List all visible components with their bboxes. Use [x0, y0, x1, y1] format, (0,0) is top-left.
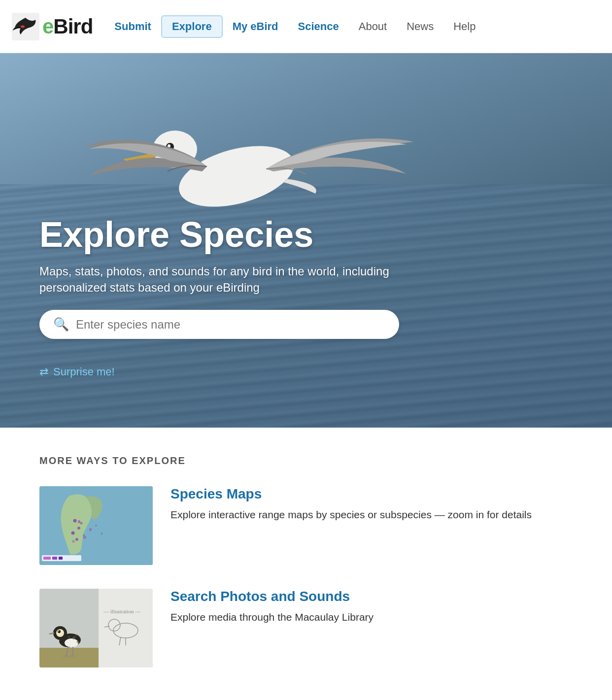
species-maps-link[interactable]: Species Maps [170, 486, 532, 502]
hero-content: Explore Species Maps, stats, photos, and… [39, 215, 394, 339]
main-nav: Submit Explore My eBird Science About Ne… [104, 15, 485, 38]
svg-text:— illustration —: — illustration — [103, 608, 141, 614]
nav-news[interactable]: News [397, 16, 443, 37]
species-maps-text: Species Maps Explore interactive range m… [170, 486, 532, 523]
svg-point-1 [21, 25, 25, 28]
photos-sounds-text: Search Photos and Sounds Explore media t… [170, 589, 374, 625]
svg-point-24 [58, 630, 61, 633]
svg-point-12 [83, 534, 85, 536]
search-icon: 🔍 [53, 317, 69, 332]
svg-rect-16 [59, 557, 63, 560]
svg-point-36 [75, 634, 77, 636]
surprise-me-link[interactable]: ⇄ Surprise me! [39, 366, 115, 378]
map-svg [39, 486, 153, 565]
photos-sounds-desc: Explore media through the Macaulay Libra… [170, 609, 374, 625]
svg-point-7 [73, 519, 77, 523]
svg-rect-18 [99, 589, 153, 667]
surprise-label: Surprise me! [53, 366, 115, 378]
logo-bird-icon [12, 13, 39, 40]
logo-text: eBird [42, 15, 93, 38]
photos-sounds-link[interactable]: Search Photos and Sounds [170, 589, 374, 604]
svg-rect-6 [39, 486, 153, 565]
svg-point-25 [58, 631, 59, 632]
explore-item-species-maps: Species Maps Explore interactive range m… [39, 486, 573, 565]
photos-sounds-thumbnail: — illustration — [39, 589, 153, 667]
svg-rect-19 [39, 648, 99, 667]
svg-point-10 [80, 522, 83, 525]
nav-about[interactable]: About [349, 16, 397, 37]
nav-science[interactable]: Science [288, 16, 349, 37]
bird-photo: — illustration — [39, 589, 153, 667]
nav-explore[interactable]: Explore [161, 15, 223, 38]
search-input[interactable] [76, 318, 385, 332]
svg-rect-14 [43, 557, 51, 560]
svg-point-21 [65, 638, 78, 647]
hero-title: Explore Species [39, 215, 394, 254]
svg-point-35 [68, 636, 70, 638]
svg-rect-13 [42, 555, 81, 561]
nav-submit[interactable]: Submit [104, 16, 161, 37]
svg-point-8 [77, 527, 80, 530]
logo[interactable]: eBird [12, 13, 93, 40]
map-image [39, 486, 153, 565]
nav-help[interactable]: Help [443, 16, 485, 37]
svg-rect-15 [52, 557, 57, 560]
species-maps-thumbnail [39, 486, 153, 565]
svg-point-33 [72, 636, 75, 639]
hero-subtitle: Maps, stats, photos, and sounds for any … [39, 263, 394, 296]
bird-photo-svg: — illustration — [39, 589, 153, 667]
more-ways-section: MORE WAYS TO EXPLORE [0, 428, 612, 700]
section-title: MORE WAYS TO EXPLORE [39, 455, 573, 467]
explore-item-photos-sounds: — illustration — Search Photos and Sound… [39, 589, 573, 667]
species-maps-desc: Explore interactive range maps by specie… [170, 507, 532, 523]
hero-section: Explore Species Maps, stats, photos, and… [0, 53, 612, 428]
svg-point-23 [56, 629, 64, 637]
svg-point-34 [77, 641, 79, 643]
site-header: eBird Submit Explore My eBird Science Ab… [0, 0, 612, 53]
species-search-bar[interactable]: 🔍 [39, 310, 399, 339]
svg-point-9 [71, 532, 75, 535]
svg-point-11 [75, 538, 78, 541]
nav-my-ebird[interactable]: My eBird [223, 16, 288, 37]
shuffle-icon: ⇄ [39, 366, 48, 378]
